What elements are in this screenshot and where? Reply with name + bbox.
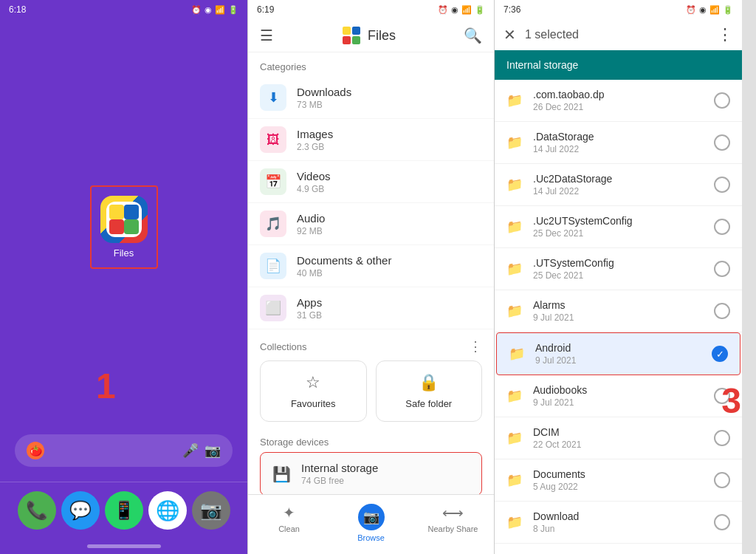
nav-clean[interactable]: ✦ Clean <box>248 501 330 545</box>
file-date: 9 Jul 2021 <box>533 397 714 408</box>
file-name: Download <box>533 510 714 522</box>
file-info: Documents 5 Aug 2022 <box>533 468 714 492</box>
mic-icon[interactable]: 🎤 <box>182 442 199 459</box>
select-checkbox[interactable] <box>714 514 730 530</box>
fruit-icon: 🍅 <box>27 442 44 459</box>
file-item-android[interactable]: 📁 Android 9 Jul 2021 ✓ <box>496 332 740 375</box>
close-icon[interactable]: ✕ <box>504 26 516 44</box>
dock-phone[interactable]: 📞 <box>18 491 56 530</box>
apps-text: Apps 31 GB <box>297 296 482 321</box>
favourites-card[interactable]: ☆ Favourites <box>260 360 367 422</box>
svg-rect-8 <box>343 36 351 44</box>
file-name: .UTSystemConfig <box>533 257 714 269</box>
camera-search-icon[interactable]: 📷 <box>205 442 221 459</box>
folder-icon: 📁 <box>506 472 523 488</box>
file-name: Audiobooks <box>533 384 714 396</box>
file-item-documents[interactable]: 📁 Documents 5 Aug 2022 <box>495 459 742 502</box>
file-date: 8 Jun <box>533 524 714 534</box>
file-item-uc2utsystemconfig[interactable]: 📁 .Uc2UTSystemConfig 25 Dec 2021 <box>495 206 742 248</box>
p3-storage-header: Internal storage <box>495 50 742 80</box>
select-checkbox-checked[interactable]: ✓ <box>712 346 728 362</box>
time-1: 6:18 <box>9 4 26 15</box>
files-app-label: Files <box>114 247 134 259</box>
home-indicator <box>87 544 161 548</box>
safe-folder-icon: 🔒 <box>419 373 439 392</box>
audio-icon: 🎵 <box>260 211 286 237</box>
list-item-images[interactable]: 🖼 Images 2.3 GB <box>248 119 494 161</box>
file-info: Alarms 9 Jul 2021 <box>533 299 714 323</box>
dock-chrome[interactable]: 🌐 <box>148 491 187 530</box>
file-info: Download 8 Jun <box>533 510 714 534</box>
status-icons-2: ⏰◉📶🔋 <box>438 4 485 15</box>
dock-messages[interactable]: 💬 <box>61 491 100 530</box>
folder-icon: 📁 <box>506 430 523 446</box>
list-item-videos[interactable]: 📅 Videos 4.9 GB <box>248 161 494 203</box>
status-bar-3: 7:36 ⏰◉📶🔋 <box>495 0 742 19</box>
file-date: 14 Jul 2022 <box>533 186 714 196</box>
nav-browse[interactable]: 📷 Browse <box>330 501 412 545</box>
select-checkbox[interactable] <box>714 430 730 446</box>
collections-more-icon[interactable]: ⋮ <box>469 338 482 355</box>
panel-3-internal-storage: 7:36 ⏰◉📶🔋 ✕ 1 selected ⋮ Internal storag… <box>495 0 742 554</box>
file-date: 14 Jul 2022 <box>533 144 714 154</box>
videos-name: Videos <box>297 170 482 182</box>
list-item-apps[interactable]: ⬜ Apps 31 GB <box>248 287 494 329</box>
file-info: .com.taobao.dp 26 Dec 2021 <box>533 89 714 112</box>
documents-text: Documents & other 40 MB <box>297 254 482 278</box>
dock-camera[interactable]: 📷 <box>192 491 230 530</box>
storage-free: 74 GB free <box>301 476 378 486</box>
file-date: 9 Jul 2021 <box>535 355 712 366</box>
collections-header: Collections ⋮ <box>248 329 494 360</box>
file-item-alarms[interactable]: 📁 Alarms 9 Jul 2021 <box>495 290 742 332</box>
collections-label: Collections <box>260 341 307 352</box>
clean-icon: ✦ <box>283 504 295 521</box>
select-checkbox[interactable] <box>714 388 730 404</box>
file-item-audiobooks[interactable]: 📁 Audiobooks 9 Jul 2021 <box>495 375 742 417</box>
file-date: 22 Oct 2021 <box>533 440 714 450</box>
folder-icon: 📁 <box>506 134 523 151</box>
dock-whatsapp[interactable]: 📱 <box>105 491 143 530</box>
select-checkbox[interactable] <box>714 261 730 277</box>
p3-toolbar: ✕ 1 selected ⋮ <box>495 19 742 50</box>
more-options-icon[interactable]: ⋮ <box>717 25 733 44</box>
file-item-download[interactable]: 📁 Download 8 Jun <box>495 502 742 544</box>
images-size: 2.3 GB <box>297 142 482 152</box>
nearby-label: Nearby Share <box>428 524 478 533</box>
apps-name: Apps <box>297 296 482 309</box>
folder-icon: 📁 <box>506 219 523 235</box>
videos-text: Videos 4.9 GB <box>297 170 482 194</box>
images-icon: 🖼 <box>260 126 286 153</box>
collections-grid: ☆ Favourites 🔒 Safe folder <box>248 360 494 431</box>
list-item-audio[interactable]: 🎵 Audio 92 MB <box>248 203 494 245</box>
search-bar[interactable]: 🍅 🎤 📷 <box>15 434 233 467</box>
file-item-dcim[interactable]: 📁 DCIM 22 Oct 2021 <box>495 417 742 459</box>
file-item-utsystemconfig[interactable]: 📁 .UTSystemConfig 25 Dec 2021 <box>495 248 742 290</box>
nav-nearby[interactable]: ⟷ Nearby Share <box>412 501 494 545</box>
file-name: DCIM <box>533 426 714 438</box>
internal-storage-item[interactable]: 💾 Internal storage 74 GB free <box>260 452 482 494</box>
list-item-documents[interactable]: 📄 Documents & other 40 MB <box>248 245 494 287</box>
select-checkbox[interactable] <box>714 303 730 319</box>
list-item-downloads[interactable]: ⬇ Downloads 73 MB <box>248 77 494 119</box>
file-info: .UTSystemConfig 25 Dec 2021 <box>533 257 714 281</box>
status-bar-1: 6:18 ⏰◉📶🔋 <box>0 0 247 19</box>
select-checkbox[interactable] <box>714 219 730 235</box>
select-checkbox[interactable] <box>714 134 730 151</box>
videos-size: 4.9 GB <box>297 184 482 194</box>
hamburger-icon[interactable]: ☰ <box>260 27 273 44</box>
step-number-1: 1 <box>96 366 116 406</box>
svg-rect-2 <box>124 205 139 219</box>
svg-rect-3 <box>109 219 124 234</box>
search-icon[interactable]: 🔍 <box>464 27 482 44</box>
images-name: Images <box>297 128 482 140</box>
select-checkbox[interactable] <box>714 472 730 488</box>
status-icons-3: ⏰◉📶🔋 <box>686 4 733 15</box>
files-app-icon[interactable] <box>100 196 148 243</box>
select-checkbox[interactable] <box>714 92 730 109</box>
safe-folder-card[interactable]: 🔒 Safe folder <box>376 360 483 422</box>
file-item-datastorage[interactable]: 📁 .DataStorage 14 Jul 2022 <box>495 122 742 164</box>
file-item-taobao[interactable]: 📁 .com.taobao.dp 26 Dec 2021 <box>495 80 742 122</box>
storage-devices-label: Storage devices <box>248 431 494 452</box>
file-item-uc2datastorage[interactable]: 📁 .Uc2DataStorage 14 Jul 2022 <box>495 164 742 206</box>
select-checkbox[interactable] <box>714 177 730 193</box>
